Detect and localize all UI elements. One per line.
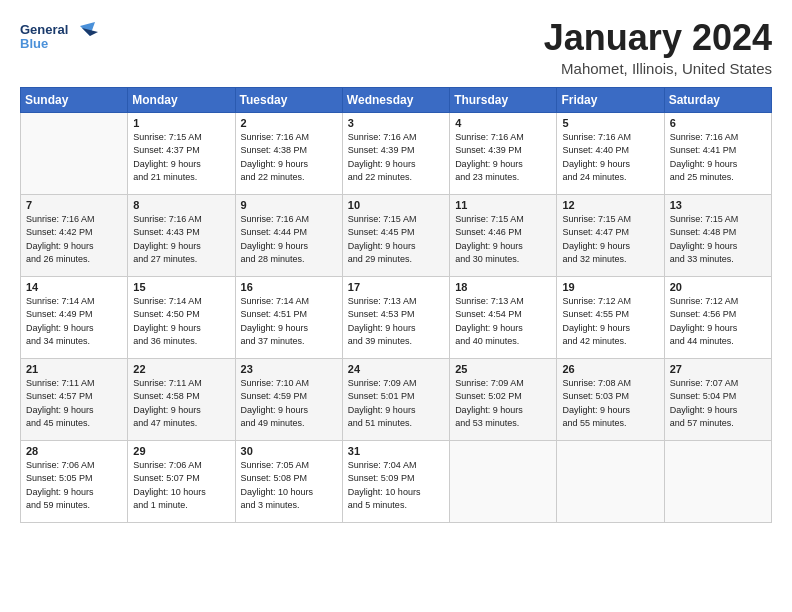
day-info: Sunrise: 7:12 AMSunset: 4:56 PMDaylight:… — [670, 295, 766, 349]
day-number: 22 — [133, 363, 229, 375]
day-info: Sunrise: 7:16 AMSunset: 4:43 PMDaylight:… — [133, 213, 229, 267]
day-number: 18 — [455, 281, 551, 293]
day-info: Sunrise: 7:16 AMSunset: 4:42 PMDaylight:… — [26, 213, 122, 267]
day-number: 28 — [26, 445, 122, 457]
day-number: 16 — [241, 281, 337, 293]
header-cell-thursday: Thursday — [450, 87, 557, 112]
day-info: Sunrise: 7:09 AMSunset: 5:01 PMDaylight:… — [348, 377, 444, 431]
header-cell-tuesday: Tuesday — [235, 87, 342, 112]
calendar-cell: 9Sunrise: 7:16 AMSunset: 4:44 PMDaylight… — [235, 194, 342, 276]
calendar-cell: 25Sunrise: 7:09 AMSunset: 5:02 PMDayligh… — [450, 358, 557, 440]
day-number: 21 — [26, 363, 122, 375]
day-number: 14 — [26, 281, 122, 293]
day-info: Sunrise: 7:10 AMSunset: 4:59 PMDaylight:… — [241, 377, 337, 431]
day-info: Sunrise: 7:06 AMSunset: 5:07 PMDaylight:… — [133, 459, 229, 513]
calendar-cell: 21Sunrise: 7:11 AMSunset: 4:57 PMDayligh… — [21, 358, 128, 440]
calendar-cell: 5Sunrise: 7:16 AMSunset: 4:40 PMDaylight… — [557, 112, 664, 194]
day-number: 9 — [241, 199, 337, 211]
calendar-cell — [664, 440, 771, 522]
day-number: 31 — [348, 445, 444, 457]
calendar-week-2: 7Sunrise: 7:16 AMSunset: 4:42 PMDaylight… — [21, 194, 772, 276]
day-number: 17 — [348, 281, 444, 293]
calendar-week-3: 14Sunrise: 7:14 AMSunset: 4:49 PMDayligh… — [21, 276, 772, 358]
day-number: 3 — [348, 117, 444, 129]
day-number: 26 — [562, 363, 658, 375]
day-number: 20 — [670, 281, 766, 293]
calendar-cell: 16Sunrise: 7:14 AMSunset: 4:51 PMDayligh… — [235, 276, 342, 358]
day-info: Sunrise: 7:09 AMSunset: 5:02 PMDaylight:… — [455, 377, 551, 431]
calendar-cell: 3Sunrise: 7:16 AMSunset: 4:39 PMDaylight… — [342, 112, 449, 194]
day-number: 8 — [133, 199, 229, 211]
day-info: Sunrise: 7:15 AMSunset: 4:45 PMDaylight:… — [348, 213, 444, 267]
title-block: January 2024 Mahomet, Illinois, United S… — [544, 18, 772, 77]
calendar-cell: 24Sunrise: 7:09 AMSunset: 5:01 PMDayligh… — [342, 358, 449, 440]
day-number: 25 — [455, 363, 551, 375]
day-info: Sunrise: 7:12 AMSunset: 4:55 PMDaylight:… — [562, 295, 658, 349]
day-info: Sunrise: 7:16 AMSunset: 4:40 PMDaylight:… — [562, 131, 658, 185]
calendar-cell: 23Sunrise: 7:10 AMSunset: 4:59 PMDayligh… — [235, 358, 342, 440]
calendar-cell: 20Sunrise: 7:12 AMSunset: 4:56 PMDayligh… — [664, 276, 771, 358]
svg-text:Blue: Blue — [20, 36, 48, 51]
page: General Blue January 2024 Mahomet, Illin… — [0, 0, 792, 612]
main-title: January 2024 — [544, 18, 772, 58]
day-number: 13 — [670, 199, 766, 211]
day-number: 4 — [455, 117, 551, 129]
day-number: 27 — [670, 363, 766, 375]
day-number: 1 — [133, 117, 229, 129]
day-info: Sunrise: 7:06 AMSunset: 5:05 PMDaylight:… — [26, 459, 122, 513]
calendar-cell: 27Sunrise: 7:07 AMSunset: 5:04 PMDayligh… — [664, 358, 771, 440]
day-info: Sunrise: 7:05 AMSunset: 5:08 PMDaylight:… — [241, 459, 337, 513]
calendar-cell: 31Sunrise: 7:04 AMSunset: 5:09 PMDayligh… — [342, 440, 449, 522]
day-info: Sunrise: 7:08 AMSunset: 5:03 PMDaylight:… — [562, 377, 658, 431]
calendar-cell: 17Sunrise: 7:13 AMSunset: 4:53 PMDayligh… — [342, 276, 449, 358]
calendar-cell: 28Sunrise: 7:06 AMSunset: 5:05 PMDayligh… — [21, 440, 128, 522]
calendar-cell: 15Sunrise: 7:14 AMSunset: 4:50 PMDayligh… — [128, 276, 235, 358]
calendar-cell — [450, 440, 557, 522]
day-number: 23 — [241, 363, 337, 375]
day-info: Sunrise: 7:15 AMSunset: 4:47 PMDaylight:… — [562, 213, 658, 267]
calendar-cell: 19Sunrise: 7:12 AMSunset: 4:55 PMDayligh… — [557, 276, 664, 358]
day-info: Sunrise: 7:07 AMSunset: 5:04 PMDaylight:… — [670, 377, 766, 431]
day-info: Sunrise: 7:15 AMSunset: 4:46 PMDaylight:… — [455, 213, 551, 267]
day-info: Sunrise: 7:15 AMSunset: 4:48 PMDaylight:… — [670, 213, 766, 267]
day-number: 2 — [241, 117, 337, 129]
calendar-cell: 22Sunrise: 7:11 AMSunset: 4:58 PMDayligh… — [128, 358, 235, 440]
calendar-cell: 6Sunrise: 7:16 AMSunset: 4:41 PMDaylight… — [664, 112, 771, 194]
calendar-cell: 26Sunrise: 7:08 AMSunset: 5:03 PMDayligh… — [557, 358, 664, 440]
calendar-body: 1Sunrise: 7:15 AMSunset: 4:37 PMDaylight… — [21, 112, 772, 522]
calendar-cell: 8Sunrise: 7:16 AMSunset: 4:43 PMDaylight… — [128, 194, 235, 276]
calendar-cell: 30Sunrise: 7:05 AMSunset: 5:08 PMDayligh… — [235, 440, 342, 522]
calendar-cell — [21, 112, 128, 194]
calendar-cell: 18Sunrise: 7:13 AMSunset: 4:54 PMDayligh… — [450, 276, 557, 358]
day-info: Sunrise: 7:14 AMSunset: 4:49 PMDaylight:… — [26, 295, 122, 349]
subtitle: Mahomet, Illinois, United States — [544, 60, 772, 77]
calendar-cell: 1Sunrise: 7:15 AMSunset: 4:37 PMDaylight… — [128, 112, 235, 194]
day-number: 19 — [562, 281, 658, 293]
day-info: Sunrise: 7:11 AMSunset: 4:57 PMDaylight:… — [26, 377, 122, 431]
calendar-week-5: 28Sunrise: 7:06 AMSunset: 5:05 PMDayligh… — [21, 440, 772, 522]
svg-text:General: General — [20, 22, 68, 37]
day-info: Sunrise: 7:14 AMSunset: 4:50 PMDaylight:… — [133, 295, 229, 349]
day-info: Sunrise: 7:16 AMSunset: 4:39 PMDaylight:… — [455, 131, 551, 185]
calendar-cell — [557, 440, 664, 522]
day-number: 5 — [562, 117, 658, 129]
calendar-cell: 7Sunrise: 7:16 AMSunset: 4:42 PMDaylight… — [21, 194, 128, 276]
day-info: Sunrise: 7:16 AMSunset: 4:44 PMDaylight:… — [241, 213, 337, 267]
calendar-table: SundayMondayTuesdayWednesdayThursdayFrid… — [20, 87, 772, 523]
logo-icon: General Blue — [20, 18, 100, 56]
header: General Blue January 2024 Mahomet, Illin… — [20, 18, 772, 77]
header-cell-wednesday: Wednesday — [342, 87, 449, 112]
day-number: 30 — [241, 445, 337, 457]
header-cell-monday: Monday — [128, 87, 235, 112]
day-info: Sunrise: 7:15 AMSunset: 4:37 PMDaylight:… — [133, 131, 229, 185]
day-info: Sunrise: 7:11 AMSunset: 4:58 PMDaylight:… — [133, 377, 229, 431]
day-info: Sunrise: 7:14 AMSunset: 4:51 PMDaylight:… — [241, 295, 337, 349]
calendar-cell: 4Sunrise: 7:16 AMSunset: 4:39 PMDaylight… — [450, 112, 557, 194]
day-number: 29 — [133, 445, 229, 457]
calendar-cell: 2Sunrise: 7:16 AMSunset: 4:38 PMDaylight… — [235, 112, 342, 194]
day-info: Sunrise: 7:13 AMSunset: 4:54 PMDaylight:… — [455, 295, 551, 349]
day-info: Sunrise: 7:13 AMSunset: 4:53 PMDaylight:… — [348, 295, 444, 349]
header-cell-friday: Friday — [557, 87, 664, 112]
calendar-cell: 12Sunrise: 7:15 AMSunset: 4:47 PMDayligh… — [557, 194, 664, 276]
calendar-week-4: 21Sunrise: 7:11 AMSunset: 4:57 PMDayligh… — [21, 358, 772, 440]
